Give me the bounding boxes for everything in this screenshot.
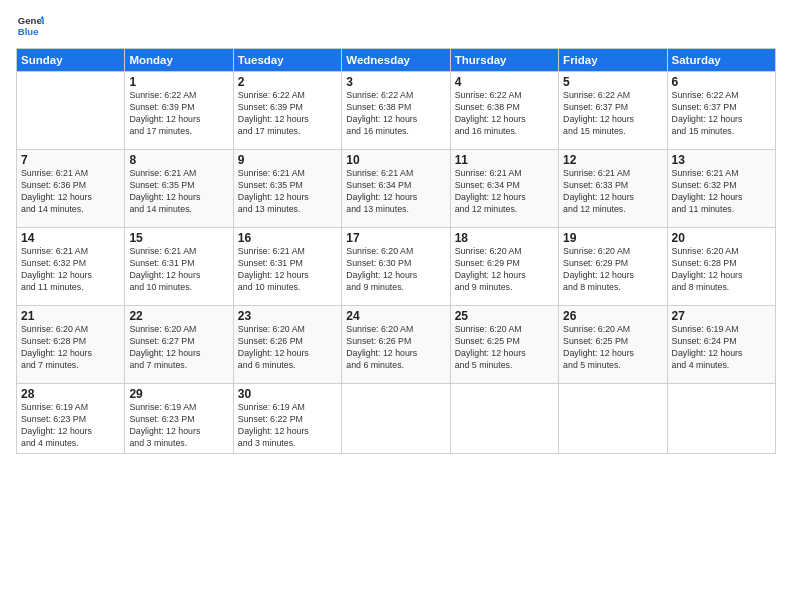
logo-icon: General Blue — [16, 12, 44, 40]
day-number: 12 — [563, 153, 662, 167]
calendar-cell: 4Sunrise: 6:22 AM Sunset: 6:38 PM Daylig… — [450, 72, 558, 150]
calendar-cell: 19Sunrise: 6:20 AM Sunset: 6:29 PM Dayli… — [559, 228, 667, 306]
day-info: Sunrise: 6:19 AM Sunset: 6:23 PM Dayligh… — [129, 402, 228, 450]
header-monday: Monday — [125, 49, 233, 72]
day-info: Sunrise: 6:21 AM Sunset: 6:31 PM Dayligh… — [129, 246, 228, 294]
calendar-cell — [559, 384, 667, 454]
calendar-cell: 7Sunrise: 6:21 AM Sunset: 6:36 PM Daylig… — [17, 150, 125, 228]
calendar-cell: 5Sunrise: 6:22 AM Sunset: 6:37 PM Daylig… — [559, 72, 667, 150]
day-number: 18 — [455, 231, 554, 245]
calendar-cell: 26Sunrise: 6:20 AM Sunset: 6:25 PM Dayli… — [559, 306, 667, 384]
calendar-cell: 23Sunrise: 6:20 AM Sunset: 6:26 PM Dayli… — [233, 306, 341, 384]
day-info: Sunrise: 6:20 AM Sunset: 6:27 PM Dayligh… — [129, 324, 228, 372]
day-number: 13 — [672, 153, 771, 167]
day-info: Sunrise: 6:19 AM Sunset: 6:22 PM Dayligh… — [238, 402, 337, 450]
day-number: 24 — [346, 309, 445, 323]
calendar-cell: 13Sunrise: 6:21 AM Sunset: 6:32 PM Dayli… — [667, 150, 775, 228]
day-number: 3 — [346, 75, 445, 89]
day-number: 25 — [455, 309, 554, 323]
calendar-cell: 2Sunrise: 6:22 AM Sunset: 6:39 PM Daylig… — [233, 72, 341, 150]
day-number: 26 — [563, 309, 662, 323]
calendar-cell: 16Sunrise: 6:21 AM Sunset: 6:31 PM Dayli… — [233, 228, 341, 306]
calendar-cell — [17, 72, 125, 150]
day-number: 16 — [238, 231, 337, 245]
day-number: 14 — [21, 231, 120, 245]
calendar-cell: 18Sunrise: 6:20 AM Sunset: 6:29 PM Dayli… — [450, 228, 558, 306]
day-number: 10 — [346, 153, 445, 167]
calendar-cell: 28Sunrise: 6:19 AM Sunset: 6:23 PM Dayli… — [17, 384, 125, 454]
calendar-cell: 24Sunrise: 6:20 AM Sunset: 6:26 PM Dayli… — [342, 306, 450, 384]
calendar-cell: 22Sunrise: 6:20 AM Sunset: 6:27 PM Dayli… — [125, 306, 233, 384]
day-info: Sunrise: 6:21 AM Sunset: 6:35 PM Dayligh… — [238, 168, 337, 216]
header: General Blue — [16, 12, 776, 40]
calendar-cell: 25Sunrise: 6:20 AM Sunset: 6:25 PM Dayli… — [450, 306, 558, 384]
calendar-cell — [342, 384, 450, 454]
svg-text:General: General — [18, 15, 44, 26]
calendar-cell: 3Sunrise: 6:22 AM Sunset: 6:38 PM Daylig… — [342, 72, 450, 150]
day-info: Sunrise: 6:21 AM Sunset: 6:34 PM Dayligh… — [346, 168, 445, 216]
day-info: Sunrise: 6:20 AM Sunset: 6:28 PM Dayligh… — [672, 246, 771, 294]
calendar-cell: 1Sunrise: 6:22 AM Sunset: 6:39 PM Daylig… — [125, 72, 233, 150]
day-number: 22 — [129, 309, 228, 323]
day-number: 2 — [238, 75, 337, 89]
day-info: Sunrise: 6:20 AM Sunset: 6:28 PM Dayligh… — [21, 324, 120, 372]
day-info: Sunrise: 6:22 AM Sunset: 6:39 PM Dayligh… — [238, 90, 337, 138]
calendar-cell — [667, 384, 775, 454]
calendar-cell: 11Sunrise: 6:21 AM Sunset: 6:34 PM Dayli… — [450, 150, 558, 228]
calendar-cell: 21Sunrise: 6:20 AM Sunset: 6:28 PM Dayli… — [17, 306, 125, 384]
calendar-table: Sunday Monday Tuesday Wednesday Thursday… — [16, 48, 776, 454]
day-number: 11 — [455, 153, 554, 167]
calendar-cell: 30Sunrise: 6:19 AM Sunset: 6:22 PM Dayli… — [233, 384, 341, 454]
header-sunday: Sunday — [17, 49, 125, 72]
day-info: Sunrise: 6:21 AM Sunset: 6:36 PM Dayligh… — [21, 168, 120, 216]
day-number: 5 — [563, 75, 662, 89]
day-number: 8 — [129, 153, 228, 167]
calendar-cell: 6Sunrise: 6:22 AM Sunset: 6:37 PM Daylig… — [667, 72, 775, 150]
page: General Blue Sunday Monday Tuesday Wedne… — [0, 0, 792, 612]
day-info: Sunrise: 6:19 AM Sunset: 6:24 PM Dayligh… — [672, 324, 771, 372]
day-info: Sunrise: 6:21 AM Sunset: 6:33 PM Dayligh… — [563, 168, 662, 216]
header-tuesday: Tuesday — [233, 49, 341, 72]
day-number: 17 — [346, 231, 445, 245]
calendar-cell: 9Sunrise: 6:21 AM Sunset: 6:35 PM Daylig… — [233, 150, 341, 228]
day-number: 30 — [238, 387, 337, 401]
calendar-cell: 27Sunrise: 6:19 AM Sunset: 6:24 PM Dayli… — [667, 306, 775, 384]
header-thursday: Thursday — [450, 49, 558, 72]
header-friday: Friday — [559, 49, 667, 72]
day-number: 15 — [129, 231, 228, 245]
day-info: Sunrise: 6:20 AM Sunset: 6:29 PM Dayligh… — [455, 246, 554, 294]
day-info: Sunrise: 6:21 AM Sunset: 6:32 PM Dayligh… — [21, 246, 120, 294]
calendar-cell: 17Sunrise: 6:20 AM Sunset: 6:30 PM Dayli… — [342, 228, 450, 306]
calendar-cell: 8Sunrise: 6:21 AM Sunset: 6:35 PM Daylig… — [125, 150, 233, 228]
day-info: Sunrise: 6:20 AM Sunset: 6:29 PM Dayligh… — [563, 246, 662, 294]
day-number: 9 — [238, 153, 337, 167]
day-number: 20 — [672, 231, 771, 245]
header-saturday: Saturday — [667, 49, 775, 72]
day-number: 28 — [21, 387, 120, 401]
weekday-header-row: Sunday Monday Tuesday Wednesday Thursday… — [17, 49, 776, 72]
day-info: Sunrise: 6:22 AM Sunset: 6:38 PM Dayligh… — [455, 90, 554, 138]
day-info: Sunrise: 6:20 AM Sunset: 6:30 PM Dayligh… — [346, 246, 445, 294]
day-number: 19 — [563, 231, 662, 245]
day-info: Sunrise: 6:22 AM Sunset: 6:37 PM Dayligh… — [563, 90, 662, 138]
day-number: 1 — [129, 75, 228, 89]
day-info: Sunrise: 6:22 AM Sunset: 6:38 PM Dayligh… — [346, 90, 445, 138]
day-number: 6 — [672, 75, 771, 89]
day-info: Sunrise: 6:21 AM Sunset: 6:32 PM Dayligh… — [672, 168, 771, 216]
day-info: Sunrise: 6:19 AM Sunset: 6:23 PM Dayligh… — [21, 402, 120, 450]
calendar-cell: 20Sunrise: 6:20 AM Sunset: 6:28 PM Dayli… — [667, 228, 775, 306]
day-info: Sunrise: 6:20 AM Sunset: 6:25 PM Dayligh… — [563, 324, 662, 372]
day-number: 4 — [455, 75, 554, 89]
day-info: Sunrise: 6:22 AM Sunset: 6:37 PM Dayligh… — [672, 90, 771, 138]
day-info: Sunrise: 6:21 AM Sunset: 6:31 PM Dayligh… — [238, 246, 337, 294]
header-wednesday: Wednesday — [342, 49, 450, 72]
day-number: 23 — [238, 309, 337, 323]
calendar-cell: 12Sunrise: 6:21 AM Sunset: 6:33 PM Dayli… — [559, 150, 667, 228]
day-number: 27 — [672, 309, 771, 323]
calendar-cell: 15Sunrise: 6:21 AM Sunset: 6:31 PM Dayli… — [125, 228, 233, 306]
day-number: 7 — [21, 153, 120, 167]
day-info: Sunrise: 6:20 AM Sunset: 6:26 PM Dayligh… — [346, 324, 445, 372]
calendar-cell: 10Sunrise: 6:21 AM Sunset: 6:34 PM Dayli… — [342, 150, 450, 228]
calendar-cell: 14Sunrise: 6:21 AM Sunset: 6:32 PM Dayli… — [17, 228, 125, 306]
day-number: 29 — [129, 387, 228, 401]
